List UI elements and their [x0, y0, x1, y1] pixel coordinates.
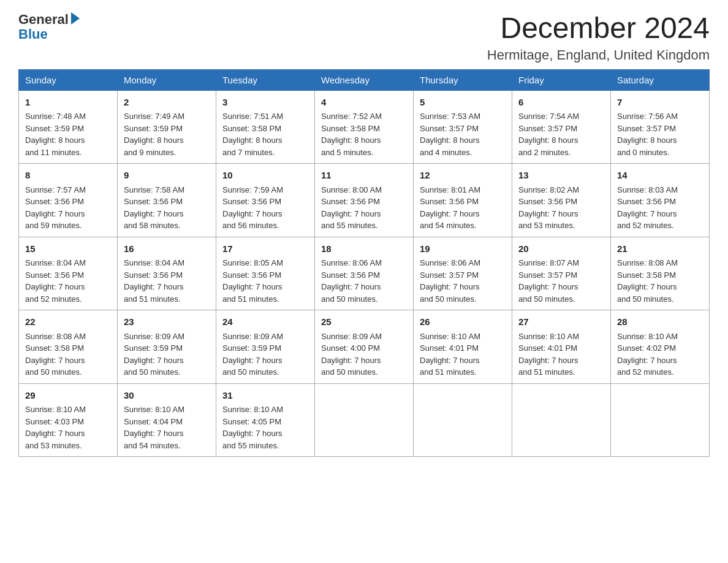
- day-number: 1: [25, 96, 111, 110]
- calendar-title: December 2024: [487, 12, 710, 45]
- calendar-cell: 23Sunrise: 8:09 AM Sunset: 3:59 PM Dayli…: [118, 310, 216, 384]
- day-number: 6: [518, 96, 604, 110]
- calendar-cell: 9Sunrise: 7:58 AM Sunset: 3:56 PM Daylig…: [118, 164, 216, 237]
- calendar-week-row: 29Sunrise: 8:10 AM Sunset: 4:03 PM Dayli…: [19, 383, 710, 457]
- calendar-cell: [512, 383, 611, 457]
- day-header-sunday: Sunday: [19, 69, 118, 90]
- day-number: 28: [617, 315, 703, 329]
- day-number: 25: [321, 315, 407, 329]
- calendar-cell: 15Sunrise: 8:04 AM Sunset: 3:56 PM Dayli…: [19, 237, 118, 310]
- calendar-cell: [315, 383, 414, 457]
- calendar-cell: 7Sunrise: 7:56 AM Sunset: 3:57 PM Daylig…: [611, 90, 710, 164]
- day-number: 9: [124, 169, 210, 183]
- day-info: Sunrise: 8:06 AM Sunset: 3:57 PM Dayligh…: [420, 258, 480, 304]
- day-number: 22: [25, 315, 111, 329]
- calendar-cell: 14Sunrise: 8:03 AM Sunset: 3:56 PM Dayli…: [611, 164, 710, 237]
- day-number: 21: [617, 242, 703, 256]
- logo-blue-text: Blue: [18, 26, 48, 42]
- day-header-monday: Monday: [118, 69, 216, 90]
- day-number: 17: [222, 242, 308, 256]
- calendar-cell: 21Sunrise: 8:08 AM Sunset: 3:58 PM Dayli…: [611, 237, 710, 310]
- day-info: Sunrise: 7:53 AM Sunset: 3:57 PM Dayligh…: [420, 112, 480, 157]
- day-number: 3: [222, 96, 308, 110]
- day-info: Sunrise: 7:58 AM Sunset: 3:56 PM Dayligh…: [124, 185, 184, 231]
- day-header-wednesday: Wednesday: [315, 69, 414, 90]
- calendar-cell: 24Sunrise: 8:09 AM Sunset: 3:59 PM Dayli…: [216, 310, 315, 384]
- day-number: 30: [124, 389, 210, 403]
- calendar-cell: 30Sunrise: 8:10 AM Sunset: 4:04 PM Dayli…: [118, 383, 216, 457]
- day-number: 4: [321, 96, 407, 110]
- day-number: 19: [420, 242, 506, 256]
- day-info: Sunrise: 8:10 AM Sunset: 4:05 PM Dayligh…: [222, 405, 283, 450]
- day-number: 27: [518, 315, 604, 329]
- calendar-week-row: 8Sunrise: 7:57 AM Sunset: 3:56 PM Daylig…: [19, 164, 710, 237]
- page-header: General Blue December 2024 Hermitage, En…: [18, 12, 710, 63]
- calendar-week-row: 15Sunrise: 8:04 AM Sunset: 3:56 PM Dayli…: [19, 237, 710, 310]
- day-info: Sunrise: 8:09 AM Sunset: 4:00 PM Dayligh…: [321, 332, 382, 377]
- day-info: Sunrise: 8:00 AM Sunset: 3:56 PM Dayligh…: [321, 185, 382, 231]
- day-info: Sunrise: 8:04 AM Sunset: 3:56 PM Dayligh…: [124, 258, 184, 304]
- calendar-cell: [414, 383, 512, 457]
- day-info: Sunrise: 8:06 AM Sunset: 3:56 PM Dayligh…: [321, 258, 382, 304]
- day-info: Sunrise: 8:10 AM Sunset: 4:03 PM Dayligh…: [25, 405, 86, 450]
- calendar-cell: 31Sunrise: 8:10 AM Sunset: 4:05 PM Dayli…: [216, 383, 315, 457]
- calendar-cell: 28Sunrise: 8:10 AM Sunset: 4:02 PM Dayli…: [611, 310, 710, 384]
- calendar-cell: 12Sunrise: 8:01 AM Sunset: 3:56 PM Dayli…: [414, 164, 512, 237]
- calendar-header: December 2024 Hermitage, England, United…: [487, 12, 710, 63]
- day-header-tuesday: Tuesday: [216, 69, 315, 90]
- calendar-cell: 19Sunrise: 8:06 AM Sunset: 3:57 PM Dayli…: [414, 237, 512, 310]
- day-number: 13: [518, 169, 604, 183]
- day-info: Sunrise: 8:04 AM Sunset: 3:56 PM Dayligh…: [25, 258, 86, 304]
- day-number: 14: [617, 169, 703, 183]
- calendar-week-row: 1Sunrise: 7:48 AM Sunset: 3:59 PM Daylig…: [19, 90, 710, 164]
- calendar-cell: 6Sunrise: 7:54 AM Sunset: 3:57 PM Daylig…: [512, 90, 611, 164]
- calendar-cell: 13Sunrise: 8:02 AM Sunset: 3:56 PM Dayli…: [512, 164, 611, 237]
- day-number: 12: [420, 169, 506, 183]
- calendar-cell: 10Sunrise: 7:59 AM Sunset: 3:56 PM Dayli…: [216, 164, 315, 237]
- calendar-cell: [611, 383, 710, 457]
- day-number: 8: [25, 169, 111, 183]
- day-info: Sunrise: 8:10 AM Sunset: 4:01 PM Dayligh…: [420, 332, 480, 377]
- calendar-week-row: 22Sunrise: 8:08 AM Sunset: 3:58 PM Dayli…: [19, 310, 710, 384]
- day-number: 31: [222, 389, 308, 403]
- day-info: Sunrise: 7:59 AM Sunset: 3:56 PM Dayligh…: [222, 185, 283, 231]
- day-info: Sunrise: 8:09 AM Sunset: 3:59 PM Dayligh…: [124, 332, 184, 377]
- day-info: Sunrise: 8:10 AM Sunset: 4:01 PM Dayligh…: [518, 332, 579, 377]
- calendar-cell: 17Sunrise: 8:05 AM Sunset: 3:56 PM Dayli…: [216, 237, 315, 310]
- day-info: Sunrise: 8:08 AM Sunset: 3:58 PM Dayligh…: [617, 258, 678, 304]
- day-info: Sunrise: 8:03 AM Sunset: 3:56 PM Dayligh…: [617, 185, 678, 231]
- day-info: Sunrise: 8:07 AM Sunset: 3:57 PM Dayligh…: [518, 258, 579, 304]
- day-number: 2: [124, 96, 210, 110]
- day-number: 29: [25, 389, 111, 403]
- logo: General Blue: [18, 12, 80, 42]
- day-number: 20: [518, 242, 604, 256]
- day-number: 7: [617, 96, 703, 110]
- day-number: 26: [420, 315, 506, 329]
- day-number: 18: [321, 242, 407, 256]
- calendar-header-row: SundayMondayTuesdayWednesdayThursdayFrid…: [19, 69, 710, 90]
- calendar-cell: 5Sunrise: 7:53 AM Sunset: 3:57 PM Daylig…: [414, 90, 512, 164]
- day-number: 10: [222, 169, 308, 183]
- calendar-cell: 29Sunrise: 8:10 AM Sunset: 4:03 PM Dayli…: [19, 383, 118, 457]
- day-header-thursday: Thursday: [414, 69, 512, 90]
- day-info: Sunrise: 8:10 AM Sunset: 4:04 PM Dayligh…: [124, 405, 184, 450]
- day-info: Sunrise: 7:51 AM Sunset: 3:58 PM Dayligh…: [222, 112, 283, 157]
- calendar-cell: 22Sunrise: 8:08 AM Sunset: 3:58 PM Dayli…: [19, 310, 118, 384]
- day-info: Sunrise: 7:49 AM Sunset: 3:59 PM Dayligh…: [124, 112, 184, 157]
- logo-general-text: General: [18, 12, 69, 27]
- calendar-cell: 18Sunrise: 8:06 AM Sunset: 3:56 PM Dayli…: [315, 237, 414, 310]
- calendar-cell: 25Sunrise: 8:09 AM Sunset: 4:00 PM Dayli…: [315, 310, 414, 384]
- calendar-table: SundayMondayTuesdayWednesdayThursdayFrid…: [18, 69, 710, 458]
- day-info: Sunrise: 7:54 AM Sunset: 3:57 PM Dayligh…: [518, 112, 579, 157]
- day-number: 16: [124, 242, 210, 256]
- calendar-cell: 3Sunrise: 7:51 AM Sunset: 3:58 PM Daylig…: [216, 90, 315, 164]
- calendar-cell: 27Sunrise: 8:10 AM Sunset: 4:01 PM Dayli…: [512, 310, 611, 384]
- day-number: 15: [25, 242, 111, 256]
- day-info: Sunrise: 8:08 AM Sunset: 3:58 PM Dayligh…: [25, 332, 86, 377]
- calendar-cell: 26Sunrise: 8:10 AM Sunset: 4:01 PM Dayli…: [414, 310, 512, 384]
- calendar-cell: 8Sunrise: 7:57 AM Sunset: 3:56 PM Daylig…: [19, 164, 118, 237]
- day-info: Sunrise: 7:56 AM Sunset: 3:57 PM Dayligh…: [617, 112, 678, 157]
- day-info: Sunrise: 8:02 AM Sunset: 3:56 PM Dayligh…: [518, 185, 579, 231]
- day-number: 5: [420, 96, 506, 110]
- calendar-cell: 4Sunrise: 7:52 AM Sunset: 3:58 PM Daylig…: [315, 90, 414, 164]
